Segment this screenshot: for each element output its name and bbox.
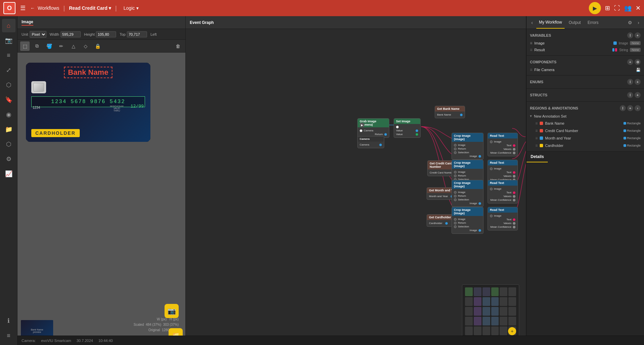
comp-save-icon[interactable]: 💾 (636, 68, 641, 72)
tab-image[interactable]: Image (22, 20, 33, 26)
node-read-text-3[interactable]: Read Text Image Text Values Mean Confide… (488, 180, 518, 203)
panel-expand-icon[interactable]: › (636, 19, 641, 27)
sidebar-item-settings[interactable]: ⚙ (2, 152, 15, 166)
sidebar-item-hexagon[interactable]: ⬡ (2, 137, 15, 151)
status-time: 10:44:40 (98, 339, 113, 343)
top-input[interactable] (127, 31, 147, 37)
close-icon[interactable]: ✕ (636, 4, 641, 12)
camera-label: Camera: (22, 339, 36, 343)
sidebar-item-camera[interactable]: 📷 (2, 34, 15, 47)
sidebar-item-layers[interactable]: ≡ (2, 49, 15, 62)
var-image-drag[interactable]: ≡ (530, 41, 532, 45)
grid-icon[interactable]: ⊞ (605, 4, 610, 12)
node-grab-image[interactable]: Grab Image (Camera) Camera Return (357, 118, 389, 138)
var-info-btn[interactable]: i (627, 32, 633, 38)
image-panel: Image Unit Pixel Width Height Top (17, 16, 186, 345)
select-tool[interactable]: ⬚ (20, 41, 30, 51)
ann-ccn-shape: Rectangle (627, 129, 641, 132)
handle-br[interactable] (149, 140, 150, 142)
var-result-default[interactable]: None (630, 48, 641, 52)
card-expiry: 12/99 (131, 104, 144, 109)
height-input[interactable] (96, 31, 116, 37)
panel-back-button[interactable]: ‹ (529, 19, 535, 27)
handle-bl[interactable] (26, 140, 27, 142)
screen-icon[interactable]: ⛶ (614, 5, 620, 12)
annotation-credit-card-number[interactable]: ≡ Credit Card Number Rectangle (530, 127, 641, 134)
entry-node[interactable]: ▶ (360, 123, 364, 127)
graph-canvas[interactable]: Grab Image (Camera) Camera Return Set Im… (186, 29, 526, 345)
tab-output[interactable]: Output (566, 16, 583, 29)
annotation-month-year[interactable]: ≡ Month and Year Rectangle (530, 134, 641, 142)
node-crop-image-3[interactable]: Crop Image (Image) Image Return Selectio… (452, 180, 484, 207)
logic-button[interactable]: Logic ▾ (123, 5, 138, 11)
copy-tool[interactable]: ⧉ (32, 41, 42, 51)
var-add-btn[interactable]: + (635, 32, 641, 38)
var-result-drag[interactable]: ≡ (530, 48, 532, 52)
sidebar-item-chart[interactable]: 📈 (2, 167, 15, 181)
annotation-bank-name[interactable]: ≡ Bank Name Rectangle (530, 120, 641, 127)
annotation-set-collapse[interactable]: ▾ (530, 114, 532, 118)
width-group: Width (50, 31, 81, 37)
event-graph-panel: Event Graph (186, 16, 526, 345)
regions-info-btn[interactable]: i (620, 105, 626, 111)
comp-info-btn[interactable]: ⚙ (635, 59, 641, 65)
annotation-cardholder[interactable]: ≡ Cardholder Rectangle (530, 142, 641, 149)
node-crop-image-4[interactable]: Crop Image (Image) Image Return Selectio… (452, 207, 484, 234)
ann-ccn-color (540, 129, 543, 132)
sidebar-item-folder[interactable]: 📁 (2, 123, 15, 136)
back-arrow[interactable]: ← (30, 5, 35, 11)
sidebar-item-puzzle[interactable]: ⬡ (2, 78, 15, 92)
tab-event-graph[interactable]: Event Graph (190, 20, 214, 25)
play-button[interactable]: ▶ (589, 2, 601, 14)
sidebar-item-transform[interactable]: ⤢ (2, 63, 15, 77)
struct-add-btn[interactable]: + (635, 92, 641, 98)
panel-settings-icon[interactable]: ⚙ (626, 19, 634, 27)
node-set-image[interactable]: Set Image Value Value (394, 118, 421, 138)
canvas-area[interactable]: Bank Name 1234 5678 9876 5432 1234 MONTH… (17, 53, 185, 345)
delete-button[interactable]: 🗑 (173, 41, 183, 51)
shape-tool[interactable]: △ (69, 41, 78, 51)
sidebar-item-home[interactable]: ⌂ (2, 19, 15, 32)
workflows-link[interactable]: Workflows (38, 5, 59, 11)
workflow-name[interactable]: Read Credit Card ▾ (69, 5, 111, 11)
width-input[interactable] (61, 31, 81, 37)
details-tab[interactable]: Details (527, 152, 548, 162)
struct-info-btn[interactable]: i (627, 92, 633, 98)
card-holder: CARDHOLDER (31, 129, 80, 137)
annotation-set[interactable]: ▾ New Annotation Set (530, 113, 641, 120)
handle-tr[interactable] (149, 63, 150, 64)
enum-add-btn[interactable]: + (635, 79, 641, 85)
node-camera[interactable]: Camera Camera (357, 136, 384, 148)
ann-ccn-label: Credit Card Number (545, 129, 578, 133)
sidebar-item-menu2[interactable]: ≡ (2, 329, 15, 342)
menu-button[interactable]: ☰ (18, 3, 28, 13)
regions-add-btn[interactable]: + (627, 105, 633, 111)
fill-tool[interactable]: 🪣 (44, 41, 54, 51)
pen-tool[interactable]: ✏ (57, 41, 66, 51)
sidebar-item-circle[interactable]: ◉ (2, 108, 15, 121)
eraser-tool[interactable]: ◇ (81, 41, 90, 51)
add-node-button[interactable]: + (508, 327, 516, 335)
var-result-color1 (612, 48, 614, 52)
lock-tool[interactable]: 🔒 (93, 41, 102, 51)
sidebar-item-bookmark[interactable]: 🔖 (2, 93, 15, 106)
regions-section: Regions & Annotations i + › ▾ New Annota… (527, 102, 644, 152)
node-get-bank-name[interactable]: Get Bank Name Bank Name (435, 106, 465, 118)
comp-drag[interactable]: ≡ (530, 67, 532, 72)
sidebar-item-info[interactable]: ℹ (2, 314, 15, 327)
handle-tl[interactable] (26, 63, 27, 64)
camera-name: evoVIU Smartcam (41, 339, 71, 343)
node-crop-image-1[interactable]: Crop Image (Image) Image Return Selectio… (452, 133, 484, 160)
unit-select[interactable]: Pixel (30, 31, 46, 38)
node-read-text-1[interactable]: Read Text Image Text Values Mean Confide… (488, 133, 518, 156)
node-read-text-4[interactable]: Read Text Image Text Values Mean Confide… (488, 207, 518, 230)
bank-name-region[interactable]: Bank Name (64, 67, 112, 78)
graph-minimap[interactable]: + (462, 284, 519, 338)
comp-add-btn[interactable]: + (627, 59, 633, 65)
tab-errors[interactable]: Errors (585, 16, 601, 29)
regions-expand-btn[interactable]: › (635, 105, 641, 111)
var-image-default[interactable]: None (630, 41, 641, 45)
users-icon[interactable]: 👥 (624, 4, 632, 12)
tab-my-workflow[interactable]: My Workflow (536, 16, 565, 29)
enum-info-btn[interactable]: i (627, 79, 633, 85)
